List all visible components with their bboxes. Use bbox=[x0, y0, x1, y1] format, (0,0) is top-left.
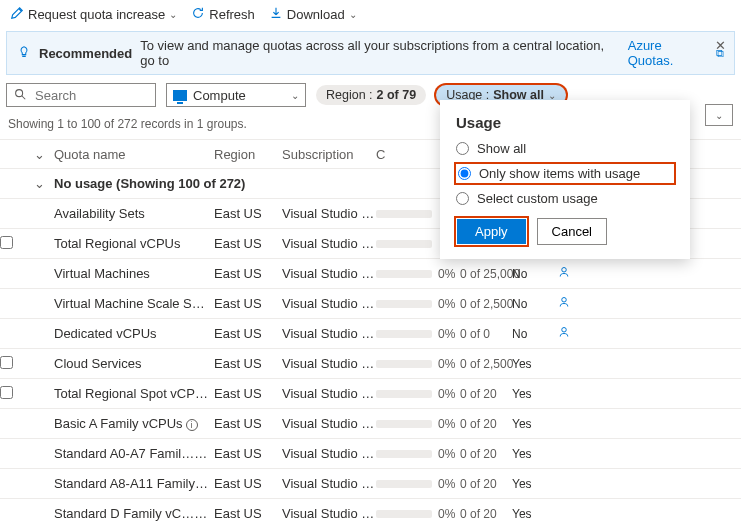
subscription-cell: Visual Studio En… bbox=[282, 386, 376, 401]
search-input[interactable] bbox=[6, 83, 156, 107]
col-subscription[interactable]: Subscription bbox=[282, 147, 376, 162]
table-row[interactable]: Virtual Machine Scale SetsEast USVisual … bbox=[0, 289, 741, 319]
row-checkbox[interactable] bbox=[0, 236, 13, 249]
recommendation-bar: Recommended To view and manage quotas ac… bbox=[6, 31, 735, 75]
chevron-down-icon: ⌄ bbox=[715, 110, 723, 121]
row-checkbox[interactable] bbox=[0, 356, 13, 369]
quota-name-cell: Standard D Family vC…i bbox=[54, 506, 214, 521]
info-icon[interactable]: i bbox=[197, 449, 209, 461]
svg-point-1 bbox=[562, 268, 567, 273]
table-row[interactable]: Cloud ServicesEast USVisual Studio En…0%… bbox=[0, 349, 741, 379]
subscription-cell: Visual Studio En… bbox=[282, 446, 376, 461]
adjustable-cell: Yes bbox=[512, 477, 552, 491]
chevron-down-icon: ⌄ bbox=[349, 9, 357, 20]
provider-dropdown[interactable]: Compute ⌄ bbox=[166, 83, 306, 107]
radio-input[interactable] bbox=[458, 167, 471, 180]
adjustable-cell: Yes bbox=[512, 357, 552, 371]
subscription-cell: Visual Studio En… bbox=[282, 416, 376, 431]
option-label: Show all bbox=[477, 141, 526, 156]
radio-input[interactable] bbox=[456, 142, 469, 155]
region-cell: East US bbox=[214, 296, 282, 311]
request-quota-increase-button[interactable]: Request quota increase ⌄ bbox=[10, 6, 177, 23]
quota-cell: 0 of 0 bbox=[460, 327, 512, 341]
quota-name-cell: Standard A0-A7 Famil…i bbox=[54, 446, 214, 461]
quota-cell: 0 of 2,500 bbox=[460, 297, 512, 311]
search-icon bbox=[13, 87, 27, 104]
adjustable-cell: Yes bbox=[512, 507, 552, 521]
toolbar-label: Refresh bbox=[209, 7, 255, 22]
pill-key: Region : bbox=[326, 88, 373, 102]
column-options-dropdown[interactable]: ⌄ bbox=[705, 104, 733, 126]
quota-cell: 0 of 20 bbox=[460, 417, 512, 431]
table-row[interactable]: Basic A Family vCPUsiEast USVisual Studi… bbox=[0, 409, 741, 439]
quota-cell: 0 of 20 bbox=[460, 447, 512, 461]
table-row[interactable]: Standard D Family vC…iEast USVisual Stud… bbox=[0, 499, 741, 528]
request-icon[interactable] bbox=[552, 296, 576, 311]
pill-value: 2 of 79 bbox=[377, 88, 417, 102]
usage-percent: 0% bbox=[438, 387, 460, 401]
usage-bar bbox=[376, 420, 432, 428]
provider-label: Compute bbox=[193, 88, 246, 103]
quota-cell: 0 of 20 bbox=[460, 477, 512, 491]
chevron-down-icon: ⌄ bbox=[291, 90, 299, 101]
region-cell: East US bbox=[214, 416, 282, 431]
col-quota-name[interactable]: Quota name bbox=[54, 147, 214, 162]
subscription-cell: Visual Studio En… bbox=[282, 296, 376, 311]
adjustable-cell: Yes bbox=[512, 387, 552, 401]
quota-name-cell: Virtual Machine Scale Sets bbox=[54, 296, 214, 311]
option-label: Select custom usage bbox=[477, 191, 598, 206]
recommendation-text: To view and manage quotas across all you… bbox=[140, 38, 620, 68]
region-cell: East US bbox=[214, 206, 282, 221]
quota-cell: 0 of 20 bbox=[460, 387, 512, 401]
usage-bar bbox=[376, 510, 432, 518]
info-icon[interactable]: i bbox=[186, 419, 198, 431]
group-toggle[interactable]: ⌄ bbox=[24, 176, 54, 191]
apply-highlight: Apply bbox=[456, 218, 527, 245]
popup-title: Usage bbox=[456, 114, 674, 131]
request-icon[interactable] bbox=[552, 326, 576, 341]
info-icon[interactable]: i bbox=[197, 509, 209, 521]
table-row[interactable]: Virtual MachinesEast USVisual Studio En…… bbox=[0, 259, 741, 289]
radio-input[interactable] bbox=[456, 192, 469, 205]
usage-percent: 0% bbox=[438, 477, 460, 491]
download-button[interactable]: Download ⌄ bbox=[269, 6, 357, 23]
usage-bar bbox=[376, 300, 432, 308]
col-current[interactable]: C bbox=[376, 147, 438, 162]
table-row[interactable]: Standard A0-A7 Famil…iEast USVisual Stud… bbox=[0, 439, 741, 469]
table-row[interactable]: Dedicated vCPUsEast USVisual Studio En…0… bbox=[0, 319, 741, 349]
subscription-cell: Visual Studio En… bbox=[282, 506, 376, 521]
apply-button[interactable]: Apply bbox=[457, 219, 526, 244]
quota-name-cell: Total Regional Spot vCPUs bbox=[54, 386, 214, 401]
search-field[interactable] bbox=[33, 87, 149, 104]
cancel-button[interactable]: Cancel bbox=[537, 218, 607, 245]
table-row[interactable]: Standard A8-A11 Family …iEast USVisual S… bbox=[0, 469, 741, 499]
quota-name-cell: Dedicated vCPUs bbox=[54, 326, 214, 341]
quota-name-cell: Total Regional vCPUs bbox=[54, 236, 214, 251]
adjustable-cell: Yes bbox=[512, 447, 552, 461]
region-cell: East US bbox=[214, 386, 282, 401]
refresh-button[interactable]: Refresh bbox=[191, 6, 255, 23]
row-checkbox[interactable] bbox=[0, 386, 13, 399]
svg-point-2 bbox=[562, 298, 567, 303]
region-cell: East US bbox=[214, 356, 282, 371]
usage-option-with-usage[interactable]: Only show items with usage bbox=[456, 164, 674, 183]
quota-name-cell: Basic A Family vCPUsi bbox=[54, 416, 214, 431]
subscription-cell: Visual Studio En… bbox=[282, 356, 376, 371]
expand-all-toggle[interactable]: ⌄ bbox=[24, 147, 54, 162]
usage-percent: 0% bbox=[438, 417, 460, 431]
usage-option-custom[interactable]: Select custom usage bbox=[456, 191, 674, 206]
region-filter-pill[interactable]: Region : 2 of 79 bbox=[316, 85, 426, 105]
usage-filter-popup: Usage Show all Only show items with usag… bbox=[440, 100, 690, 259]
download-icon bbox=[269, 6, 283, 23]
usage-percent: 0% bbox=[438, 327, 460, 341]
request-icon[interactable] bbox=[552, 266, 576, 281]
quota-name-cell: Standard A8-A11 Family …i bbox=[54, 476, 214, 491]
azure-quotas-link[interactable]: Azure Quotas. bbox=[628, 38, 708, 68]
usage-bar bbox=[376, 210, 432, 218]
table-row[interactable]: Total Regional Spot vCPUsEast USVisual S… bbox=[0, 379, 741, 409]
usage-option-all[interactable]: Show all bbox=[456, 141, 674, 156]
usage-percent: 0% bbox=[438, 447, 460, 461]
col-region[interactable]: Region bbox=[214, 147, 282, 162]
close-icon[interactable]: ✕ bbox=[715, 38, 726, 53]
chevron-down-icon: ⌄ bbox=[548, 90, 556, 101]
